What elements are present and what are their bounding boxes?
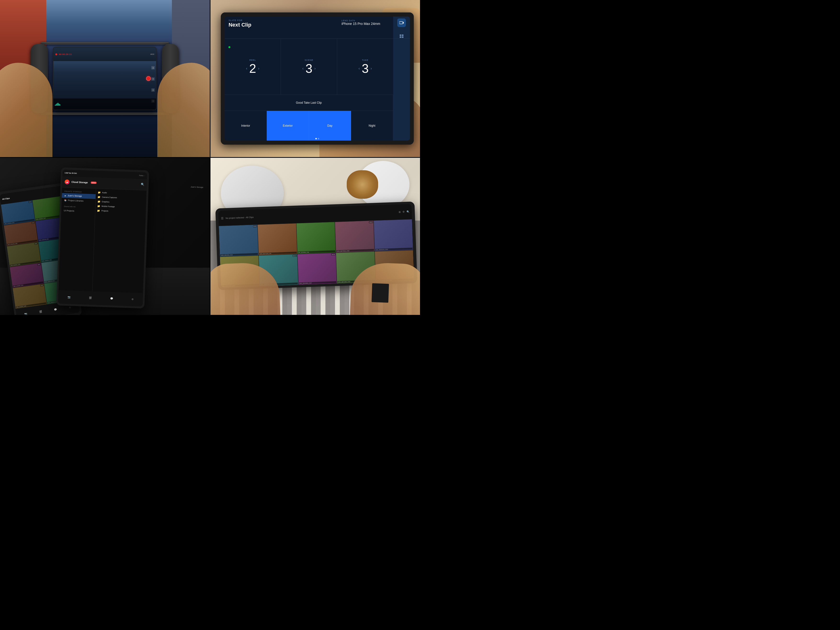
h-clip-duration: 00:09 — [253, 225, 257, 227]
media-icon-active[interactable]: 🎬 — [39, 310, 42, 313]
clip-item[interactable]: 00:07 A002_10191007_C001 — [7, 242, 41, 267]
slate-header: SLATE FOR Next Clip LENS DATA iPhone 15 … — [224, 17, 410, 39]
folder-icon: 📁 — [98, 200, 100, 203]
take-prev-arrow[interactable]: ‹ — [358, 66, 360, 71]
cloud-storage-title: Cloud Storage — [71, 181, 88, 184]
juans-storage-floating-label: Juan's Storage — [191, 186, 203, 188]
cloud-icon: ☁ — [65, 179, 69, 185]
reel-row: ‹ 2 › — [246, 62, 260, 75]
camera-captures-label: Camera Captures — [102, 196, 117, 199]
recording-dot — [55, 54, 57, 55]
chat-icon[interactable]: 💬 — [54, 308, 57, 311]
good-take-button[interactable]: Good Take Last Clip — [224, 95, 393, 111]
settings-icon[interactable]: ⚙ — [69, 306, 71, 309]
projects-label: Projects — [101, 210, 108, 212]
slate-next-clip-title: Next Clip — [229, 22, 251, 28]
day-button[interactable]: Day — [309, 111, 351, 141]
clip-item[interactable]: 00:09 A002_10191007_C004 — [9, 263, 44, 287]
h-clip-duration: 00:15 — [369, 221, 373, 223]
folder-icon: 📁 — [98, 191, 101, 194]
side-icon-1[interactable]: ⚙ — [152, 66, 155, 69]
project-libraries-item[interactable]: 📚 Project Libraries — [62, 198, 96, 204]
h-clip-item[interactable]: WFI_3879089_116k — [296, 222, 336, 254]
scene-prev-arrow[interactable]: ‹ — [302, 66, 303, 71]
phone2-bottombar: 📷 🎬 💬 ⚙ — [58, 290, 143, 306]
libraries-icon: 📚 — [64, 199, 66, 201]
take-label: TAKE — [362, 59, 368, 61]
filter-icon[interactable]: ⚙ — [402, 210, 404, 213]
side-icon-3[interactable]: ◎ — [152, 88, 155, 92]
svg-rect-3 — [402, 35, 403, 36]
camera-tab-button[interactable] — [397, 19, 406, 27]
storage-icon: ☁ — [64, 194, 66, 197]
statusbar-time: 1:58 Tue 24 Oct — [65, 172, 77, 174]
search-header-icon[interactable]: 🔍 — [406, 210, 409, 213]
ui-projects-item[interactable]: UI Projects — [61, 208, 95, 214]
cloud-storage-ui: ☁ Cloud Storage NEW 🔍 Private Storage ☁ … — [58, 176, 147, 293]
tablet-device: SLATE FOR Next Clip LENS DATA iPhone 15 … — [221, 13, 414, 144]
svg-rect-4 — [399, 36, 401, 38]
histogram — [55, 103, 60, 106]
exterior-button[interactable]: Exterior — [267, 111, 309, 141]
reel-next-arrow[interactable]: › — [258, 66, 259, 71]
clip-item[interactable]: 00:09 A002_10191241_C011 — [1, 200, 35, 225]
reel-value: 2 — [249, 62, 256, 75]
cell-cloud-storage: All Clips 00:09 A002_10191241_C011 00:22… — [0, 158, 210, 315]
folder-icon: 📁 — [98, 196, 100, 198]
take-value: 3 — [362, 62, 369, 75]
h-clip-duration: 00:17 — [293, 255, 297, 257]
cell-slate-app: SLATE FOR Next Clip LENS DATA iPhone 15 … — [210, 0, 420, 157]
camera-icon[interactable]: 📷 — [24, 312, 27, 315]
lens-data-value: iPhone 15 Pro Max 24mm — [341, 22, 380, 25]
clip-duration: 00:18 — [31, 221, 35, 224]
interior-button[interactable]: Interior — [224, 111, 267, 141]
phone-screen-rig: 00:00:29:11 4K60 ⚙ ☰ ◎ ⊞ — [54, 47, 156, 110]
h-clip-name: A001_09181903_C01F — [299, 281, 336, 284]
recording-bar: 00:00:29:11 4K60 — [54, 47, 156, 61]
hist-bar — [57, 103, 57, 106]
search-icon[interactable]: 🔍 — [141, 183, 144, 186]
grid-view-icon[interactable]: ⊞ — [398, 211, 400, 213]
h-clip-item[interactable]: 00:9A A001_09181903_C01F — [297, 253, 337, 285]
reel-selector: REEL ‹ 2 › — [224, 39, 281, 95]
settings-bottom-icon[interactable]: ⚙ — [131, 298, 134, 300]
scene-selector: SCENE ‹ 3 › — [281, 39, 337, 95]
scene-next-arrow[interactable]: › — [314, 66, 316, 71]
night-button[interactable]: Night — [351, 111, 393, 141]
camera-bottom-icon[interactable]: 📷 — [68, 296, 70, 298]
media-tab-button[interactable] — [397, 32, 406, 41]
menu-icon[interactable]: ☰ — [221, 216, 224, 220]
h-clip-item[interactable]: 00:09 A002_0821253_C01S — [219, 225, 258, 257]
juans-storage-label: Juan's Storage — [68, 194, 82, 197]
hist-bar — [56, 104, 57, 106]
record-button[interactable] — [146, 76, 151, 81]
dot-2 — [318, 138, 319, 139]
reel-prev-arrow[interactable]: ‹ — [246, 66, 247, 71]
media-bottom-icon[interactable]: 🎬 — [89, 297, 92, 299]
selectors-area: REEL ‹ 2 › SCENE ‹ 3 › — [224, 39, 393, 95]
clip-duration: 00:09 — [28, 201, 32, 203]
clip-item[interactable]: 00:18 A002_10191145_C009 — [4, 221, 38, 246]
action-row-1: Good Take Last Clip — [224, 95, 393, 111]
hist-bar — [55, 105, 55, 106]
side-icon-2[interactable]: ☰ — [152, 77, 155, 81]
hand-right — [157, 63, 210, 157]
h-clip-item[interactable]: A001_09191519_C01P — [374, 219, 413, 251]
chat-bottom-icon[interactable]: 💬 — [110, 297, 113, 300]
take-next-arrow[interactable]: › — [371, 66, 372, 71]
rig-bar-bottom — [41, 112, 169, 115]
h-clip-item[interactable]: A002_08271253_C04 — [257, 223, 297, 255]
h-clip-item[interactable]: 00:15 A001_08270546_C0N0 — [335, 221, 374, 253]
phone2-device: 1:58 Tue 24 Oct Parks ··· ☁ Cloud Storag… — [56, 167, 149, 309]
folder-icon: 📁 — [97, 209, 100, 212]
hist-bar — [60, 104, 60, 106]
media-header-icons: ⊞ ⚙ 🔍 — [398, 210, 409, 213]
lens-data-section: LENS DATA iPhone 15 Pro Max 24mm — [341, 17, 380, 21]
project-libraries-label: Project Libraries — [68, 199, 84, 202]
hist-bar — [58, 103, 58, 106]
main-grid: 00:00:29:11 4K60 ⚙ ☰ ◎ ⊞ — [0, 0, 420, 315]
cell-media-browser: ☰ No project selected - All Clips ⊞ ⚙ 🔍 … — [210, 158, 420, 315]
pastry-item — [347, 170, 378, 199]
hand-left — [0, 63, 52, 157]
graphics-label: Graphics — [102, 201, 109, 203]
